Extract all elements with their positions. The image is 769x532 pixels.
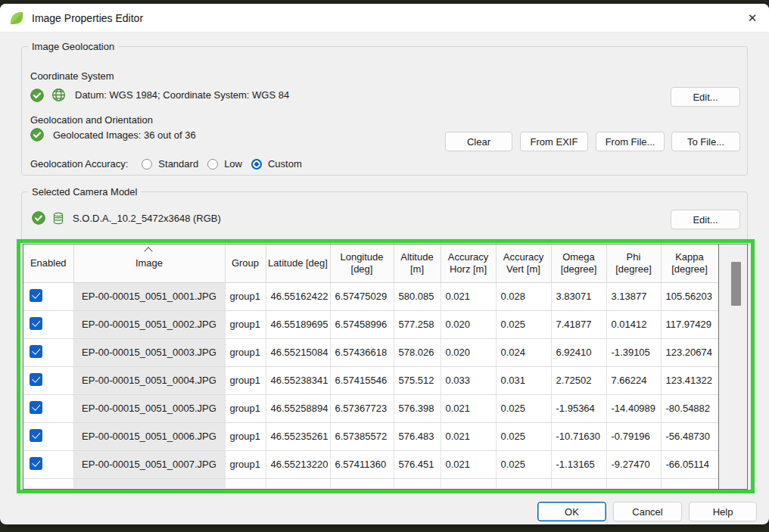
radio-unselected-icon[interactable] bbox=[142, 159, 152, 170]
table-row: EP-00-00015_0051_0006.JPGgroup146.552352… bbox=[23, 422, 718, 450]
cell-phi: 0.01412 bbox=[606, 310, 661, 338]
geolocation-accuracy-row: Geolocation Accuracy: StandardLowCustom bbox=[30, 158, 302, 170]
geolocated-images-text: Geolocated Images: 36 out of 36 bbox=[53, 129, 196, 141]
accuracy-label: Geolocation Accuracy: bbox=[30, 158, 128, 170]
column-header-label: Accuracy Vert [m] bbox=[503, 251, 543, 275]
column-header-longitude-deg[interactable]: Longitude [deg] bbox=[330, 244, 394, 282]
cell-empty bbox=[606, 478, 661, 488]
camera-model-cylinder-icon bbox=[53, 212, 64, 225]
row-enabled-checkbox[interactable] bbox=[30, 373, 42, 386]
cell-latitude: 46.55258894 bbox=[266, 394, 330, 422]
radio-label: Standard bbox=[158, 158, 198, 170]
column-header-omega-degree[interactable]: Omega [degree] bbox=[551, 244, 606, 282]
check-circle-icon bbox=[32, 211, 45, 225]
column-header-label: Phi [degree] bbox=[615, 251, 652, 275]
cell-longitude: 6.57436618 bbox=[330, 338, 394, 366]
column-header-label: Image bbox=[135, 257, 163, 269]
cell-latitude: 46.55162422 bbox=[266, 282, 330, 310]
radio-option-low[interactable]: Low bbox=[207, 158, 242, 170]
camera-model-text: S.O.D.A._10.2_5472x3648 (RGB) bbox=[73, 213, 221, 224]
group-title-camera-model: Selected Camera Model bbox=[28, 186, 141, 198]
radio-selected-icon[interactable] bbox=[251, 159, 262, 170]
camera-model-row: S.O.D.A._10.2_5472x3648 (RGB) bbox=[32, 211, 221, 225]
column-header-image[interactable]: Image bbox=[73, 244, 225, 282]
cell-phi: -9.27470 bbox=[606, 450, 661, 478]
radio-option-standard[interactable]: Standard bbox=[142, 158, 198, 170]
cell-longitude: 6.57475029 bbox=[330, 282, 394, 310]
radio-label: Low bbox=[224, 158, 242, 170]
row-enabled-checkbox[interactable] bbox=[30, 429, 42, 442]
cell-kappa: -66.05114 bbox=[661, 450, 718, 478]
column-header-accuracy-vert-m[interactable]: Accuracy Vert [m] bbox=[496, 244, 551, 282]
cell-group: group1 bbox=[225, 422, 266, 450]
cell-empty bbox=[266, 478, 330, 488]
radio-option-custom[interactable]: Custom bbox=[251, 158, 302, 170]
column-header-kappa-degree[interactable]: Kappa [degree] bbox=[661, 244, 718, 282]
from-exif-button[interactable]: From EXIF bbox=[520, 132, 588, 151]
cell-altitude: 576.483 bbox=[394, 422, 441, 450]
camera-edit-button[interactable]: Edit... bbox=[671, 210, 740, 229]
cell-accuracy_vert: 0.028 bbox=[496, 282, 551, 310]
row-enabled-checkbox[interactable] bbox=[30, 345, 42, 358]
cell-enabled bbox=[23, 422, 73, 450]
column-header-label: Omega [degree] bbox=[561, 251, 597, 275]
cell-altitude: 580.085 bbox=[394, 282, 441, 310]
coordinate-system-label: Coordinate System bbox=[30, 70, 114, 82]
check-circle-icon bbox=[30, 89, 44, 102]
scrollbar-thumb[interactable] bbox=[731, 262, 741, 306]
row-enabled-checkbox[interactable] bbox=[30, 457, 42, 470]
to-file-button[interactable]: To File... bbox=[671, 132, 740, 151]
cell-accuracy_vert: 0.025 bbox=[496, 422, 551, 450]
column-header-phi-degree[interactable]: Phi [degree] bbox=[606, 244, 661, 282]
column-header-label: Longitude [deg] bbox=[340, 251, 383, 275]
cancel-button[interactable]: Cancel bbox=[613, 502, 682, 521]
geolocation-edit-button[interactable]: Edit... bbox=[671, 87, 740, 107]
row-enabled-checkbox[interactable] bbox=[30, 401, 42, 414]
table-row: EP-00-00015_0051_0003.JPGgroup146.552150… bbox=[23, 338, 718, 366]
column-header-enabled[interactable]: Enabled bbox=[23, 244, 73, 282]
cell-kappa: -80.54882 bbox=[661, 394, 718, 422]
cell-altitude: 576.451 bbox=[394, 450, 441, 478]
row-enabled-checkbox[interactable] bbox=[30, 289, 42, 302]
cell-accuracy_vert: 0.024 bbox=[496, 338, 551, 366]
cell-latitude: 46.55215084 bbox=[266, 338, 330, 366]
cell-empty bbox=[330, 478, 394, 488]
close-icon[interactable]: ✕ bbox=[736, 4, 769, 33]
cell-altitude: 575.512 bbox=[394, 366, 441, 394]
vertical-scrollbar[interactable] bbox=[728, 244, 745, 489]
radio-unselected-icon[interactable] bbox=[207, 159, 218, 170]
column-header-accuracy-horz-m[interactable]: Accuracy Horz [m] bbox=[441, 244, 496, 282]
cell-accuracy_vert: 0.025 bbox=[496, 450, 551, 478]
image-geolocation-group: Image Geolocation bbox=[21, 46, 748, 176]
cell-image: EP-00-00015_0051_0002.JPG bbox=[73, 310, 225, 338]
from-file-button[interactable]: From File... bbox=[596, 132, 665, 151]
cell-image: EP-00-00015_0051_0004.JPG bbox=[73, 366, 225, 394]
row-enabled-checkbox[interactable] bbox=[30, 317, 42, 330]
table-header-row: EnabledImageGroupLatitude [deg]Longitude… bbox=[23, 244, 718, 282]
cell-empty bbox=[394, 478, 441, 488]
cell-omega: 6.92410 bbox=[551, 338, 606, 366]
cell-longitude: 6.57385572 bbox=[330, 422, 394, 450]
group-title-image-geolocation: Image Geolocation bbox=[28, 41, 118, 52]
clear-button[interactable]: Clear bbox=[445, 132, 512, 151]
cell-accuracy_horz: 0.021 bbox=[441, 450, 496, 478]
column-header-altitude-m[interactable]: Altitude [m] bbox=[394, 244, 441, 282]
window-title: Image Properties Editor bbox=[32, 12, 143, 24]
accuracy-radio-group: StandardLowCustom bbox=[142, 158, 301, 170]
cell-accuracy_horz: 0.020 bbox=[441, 338, 496, 366]
column-header-latitude-deg[interactable]: Latitude [deg] bbox=[266, 244, 330, 282]
column-header-label: Latitude [deg] bbox=[268, 257, 328, 269]
help-button[interactable]: Help bbox=[689, 502, 757, 521]
coordinate-system-row: Datum: WGS 1984; Coordinate System: WGS … bbox=[30, 88, 289, 102]
cell-accuracy_horz: 0.020 bbox=[441, 310, 496, 338]
column-header-label: Group bbox=[232, 257, 259, 269]
ok-button[interactable]: OK bbox=[537, 502, 606, 521]
cell-altitude: 577.258 bbox=[394, 310, 441, 338]
geolocated-images-row: Geolocated Images: 36 out of 36 bbox=[30, 128, 196, 142]
cell-group: group1 bbox=[225, 282, 266, 310]
cell-group: group1 bbox=[225, 310, 266, 338]
cell-latitude: 46.55238341 bbox=[266, 366, 330, 394]
cell-kappa: 123.20674 bbox=[661, 338, 718, 366]
cell-accuracy_horz: 0.021 bbox=[441, 394, 496, 422]
column-header-group[interactable]: Group bbox=[225, 244, 266, 282]
